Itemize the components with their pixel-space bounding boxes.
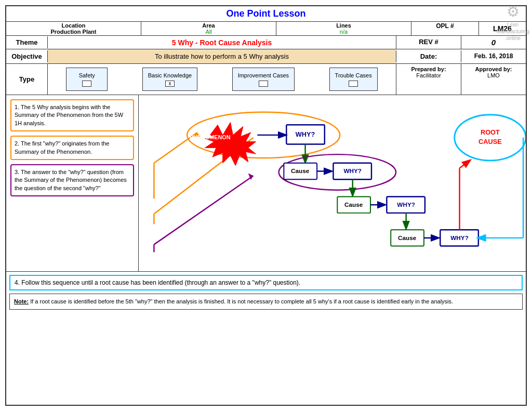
location-cell: Location Production Plant: [6, 22, 141, 35]
note-2: 2. The first "why?" originates from the …: [10, 136, 134, 160]
type-label: Type: [6, 64, 48, 95]
type-trouble-label: Trouble Cases: [335, 72, 372, 78]
bottom-note-1: 4. Follow this sequence until a root cau…: [9, 275, 523, 290]
prepared-by-cell: Prepared by: Facilitator: [396, 64, 461, 95]
svg-marker-9: [205, 122, 256, 165]
logo-line1: Lean: [507, 22, 518, 28]
page-title: One Point Lesson: [6, 6, 526, 22]
type-box-safety: Safety: [66, 68, 108, 91]
svg-line-6: [154, 176, 253, 244]
root-cause-text1: ROOT: [481, 128, 500, 136]
objective-label: Objective: [6, 50, 48, 62]
diagram-svg: PHENOMENON WHY? Cause: [139, 95, 526, 272]
cause3-text: Cause: [398, 234, 417, 241]
approved-by-cell: Approved by: LMO: [461, 64, 526, 95]
type-right: Prepared by: Facilitator Approved by: LM…: [396, 64, 526, 95]
phenomenon-text: PHENOMENON: [190, 134, 231, 140]
type-trouble-check: [349, 81, 358, 87]
date-value: Feb. 16, 2018: [461, 50, 526, 62]
type-safety-check: [82, 81, 91, 87]
note2-prefix: Note:: [14, 298, 29, 304]
logo-gear-icon: ⚙: [507, 3, 520, 21]
type-improvement-label: Improvement Cases: [238, 72, 289, 78]
root-cause-text2: CAUSE: [478, 138, 502, 145]
opl-label: OPL #: [414, 22, 476, 30]
lines-cell: Lines n/a: [276, 22, 411, 35]
type-improvement-check: [259, 81, 268, 87]
theme-row: Theme 5 Why - Root Cause Analysis REV # …: [6, 36, 526, 49]
note-3: 3. The answer to the "why?" question (fr…: [10, 164, 134, 196]
why4-text: WHY?: [450, 234, 469, 241]
objective-right: Date: Feb. 16, 2018: [396, 50, 526, 62]
theme-value: 5 Why - Root Cause Analysis: [48, 36, 396, 49]
main-container: One Point Lesson Location Production Pla…: [5, 5, 527, 406]
logo-line3: .online: [506, 35, 521, 41]
date-label: Date:: [396, 50, 461, 62]
logo-area: ⚙ Lean Manufacturing .online: [497, 3, 529, 42]
note2-text: If a root cause is identified before the…: [29, 298, 453, 304]
why2-text: WHY?: [343, 167, 362, 174]
location-value: Production Plant: [8, 29, 139, 35]
lines-value: n/a: [278, 29, 409, 35]
type-box-basic-knowledge: Basic Knowledge x: [142, 68, 197, 91]
objective-value: To illustrate how to perform a 5 Why ana…: [48, 49, 396, 63]
bottom-section: 4. Follow this sequence until a root cau…: [6, 275, 526, 310]
location-label: Location: [8, 22, 139, 29]
theme-label: Theme: [6, 36, 48, 48]
type-safety-label: Safety: [79, 72, 95, 78]
objective-row: Objective To illustrate how to perform a…: [6, 49, 526, 64]
diagram-main: PHENOMENON WHY? Cause: [139, 95, 526, 272]
diagram-row: 1. The 5 Why analysis begins with the Su…: [6, 95, 526, 272]
type-basic-knowledge-check: x: [165, 81, 175, 87]
area-cell: Area All: [141, 22, 276, 35]
rev-label: REV #: [396, 36, 461, 49]
note-1: 1. The 5 Why analysis begins with the Su…: [10, 99, 134, 131]
info-row: Location Production Plant Area All Lines…: [6, 22, 526, 36]
lines-label: Lines: [278, 22, 409, 29]
notes-column: 1. The 5 Why analysis begins with the Su…: [6, 95, 139, 271]
type-box-trouble: Trouble Cases: [329, 68, 378, 91]
svg-line-27: [460, 161, 470, 168]
why1-text: WHY?: [296, 130, 315, 138]
cause1-text: Cause: [291, 167, 310, 174]
area-label: Area: [143, 22, 274, 29]
why3-text: WHY?: [397, 201, 415, 208]
area-value: All: [143, 29, 274, 35]
type-box-improvement: Improvement Cases: [232, 68, 295, 91]
opl-cell: OPL #: [411, 22, 479, 35]
type-row: Type Safety Basic Knowledge x Improvemen…: [6, 64, 526, 95]
cause2-text: Cause: [344, 201, 363, 208]
type-boxes: Safety Basic Knowledge x Improvement Cas…: [48, 64, 396, 95]
bottom-note-2: Note: If a root cause is identified befo…: [9, 294, 523, 310]
page-wrapper: ⚙ Lean Manufacturing .online One Point L…: [0, 0, 532, 411]
logo-line2: Manufacturing: [497, 29, 529, 34]
type-basic-knowledge-label: Basic Knowledge: [148, 72, 192, 78]
